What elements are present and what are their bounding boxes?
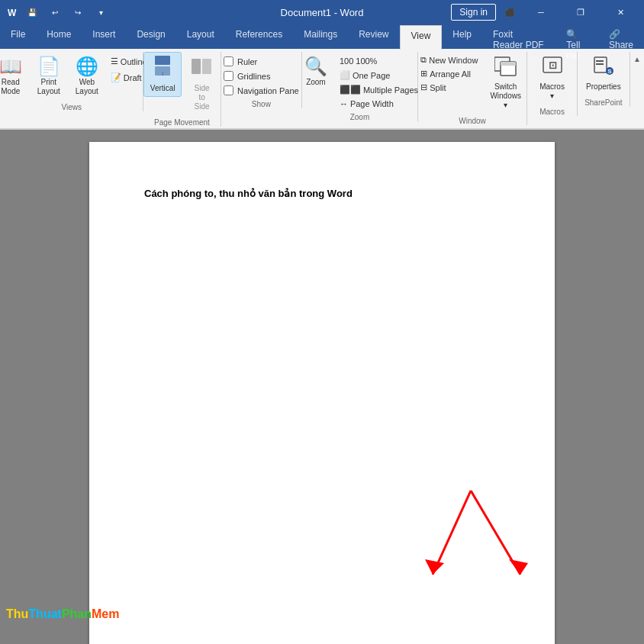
title-bar-left: W 💾 ↩ ↪ ▾	[6, 3, 110, 21]
show-group: Ruler Gridlines Navigation Pane Show	[221, 52, 303, 108]
new-window-icon: ⧉	[420, 55, 427, 65]
annotation-arrows	[402, 475, 539, 600]
tab-insert[interactable]: Insert	[82, 24, 126, 49]
svg-rect-5	[192, 59, 201, 74]
undo-qat-btn[interactable]: ↩	[46, 3, 64, 21]
zoom-100-btn[interactable]: 100 100%	[336, 55, 422, 67]
sign-in-button[interactable]: Sign in	[451, 4, 496, 21]
split-icon: ⊟	[420, 82, 427, 92]
split-btn[interactable]: ⊟ Split	[417, 81, 481, 94]
watermark-mem: Mem	[92, 607, 119, 620]
watermark-phan: Phan	[62, 607, 92, 620]
read-mode-icon: 📖	[0, 56, 22, 78]
minimize-btn[interactable]: ─	[523, 0, 559, 24]
ruler-checkbox[interactable]	[224, 56, 233, 66]
tab-share[interactable]: 🔗 Share	[598, 24, 644, 49]
tab-design[interactable]: Design	[126, 24, 175, 49]
svg-marker-18	[425, 559, 444, 575]
arrange-all-label: Arrange All	[430, 69, 471, 79]
vertical-btn[interactable]: ↕ Vertical	[143, 52, 182, 97]
gridlines-label: Gridlines	[237, 72, 270, 81]
outline-icon: ☰	[111, 56, 118, 66]
multiple-pages-btn[interactable]: ⬛⬛ Multiple Pages	[336, 83, 422, 96]
web-layout-icon: 🌐	[76, 56, 98, 78]
save-qat-btn[interactable]: 💾	[23, 3, 41, 21]
vertical-icon: ↕	[152, 56, 173, 84]
tab-foxit[interactable]: Foxit Reader PDF	[482, 24, 555, 49]
properties-icon: S	[593, 56, 614, 82]
multiple-pages-label: Multiple Pages	[363, 85, 418, 95]
macros-icon: ⊡	[542, 56, 563, 82]
title-bar-right: Sign in ⬛ ─ ❐ ✕	[451, 0, 638, 24]
views-group: 📖 ReadMode 📄 PrintLayout 🌐 WebLayout ☰ O…	[0, 52, 143, 111]
svg-rect-14	[596, 63, 604, 65]
sharepoint-group-label: SharePoint	[584, 95, 623, 107]
ruler-label: Ruler	[237, 57, 257, 66]
zoom-options: 100 100% ⬜ One Page ⬛⬛ Multiple Pages ↔ …	[336, 52, 422, 110]
svg-text:⊡: ⊡	[548, 60, 556, 71]
properties-btn[interactable]: S Properties	[579, 52, 628, 95]
gridlines-checkbox[interactable]	[224, 71, 233, 81]
ribbon-content: 📖 ReadMode 📄 PrintLayout 🌐 WebLayout ☰ O…	[0, 49, 644, 129]
zoom-group: 🔍 Zoom 100 100% ⬜ One Page ⬛⬛ Multiple P…	[302, 52, 418, 121]
one-page-btn[interactable]: ⬜ One Page	[336, 69, 422, 82]
sharepoint-group: S Properties SharePoint	[578, 52, 630, 107]
navigation-checkbox[interactable]	[224, 85, 233, 95]
collapse-arrow-icon: ▲	[633, 55, 641, 63]
vertical-label: Vertical	[150, 84, 175, 93]
macros-btn[interactable]: ⊡ Macros ▾	[533, 52, 572, 105]
svg-text:S: S	[607, 68, 612, 75]
tab-view[interactable]: View	[400, 25, 443, 50]
svg-rect-2	[155, 56, 170, 65]
views-group-label: Views	[6, 100, 137, 111]
watermark-vn: .vn	[119, 607, 137, 620]
ribbon: File Home Insert Design Layout Reference…	[0, 24, 644, 130]
page-width-btn[interactable]: ↔ Page Width	[336, 98, 422, 110]
zoom-100-icon: 100	[340, 56, 353, 66]
formula-qat-btn[interactable]: ▾	[92, 3, 110, 21]
gridlines-btn[interactable]: Gridlines	[220, 69, 274, 82]
window-group: ⧉ New Window ⊞ Arrange All ⊟ Split	[418, 52, 528, 125]
draft-icon: 📝	[111, 72, 121, 82]
tab-layout[interactable]: Layout	[176, 24, 225, 49]
web-layout-btn[interactable]: 🌐 WebLayout	[69, 52, 105, 100]
zoom-btn[interactable]: 🔍 Zoom	[298, 52, 334, 91]
side-to-side-label: Sideto Side	[190, 84, 214, 111]
tab-home[interactable]: Home	[36, 24, 82, 49]
arrange-all-btn[interactable]: ⊞ Arrange All	[417, 67, 481, 80]
navigation-pane-btn[interactable]: Navigation Pane	[220, 84, 303, 97]
split-label: Split	[430, 83, 446, 92]
tab-mailings[interactable]: Mailings	[293, 24, 348, 49]
redo-qat-btn[interactable]: ↪	[69, 3, 87, 21]
side-to-side-btn[interactable]: Sideto Side	[183, 52, 221, 115]
sharepoint-group-items: S Properties	[579, 52, 628, 95]
switch-windows-btn[interactable]: SwitchWindows ▾	[483, 52, 528, 114]
svg-text:↕: ↕	[161, 70, 164, 77]
one-page-icon: ⬜	[340, 70, 350, 80]
ribbon-display-btn[interactable]: ⬛	[501, 3, 519, 21]
views-group-items: 📖 ReadMode 📄 PrintLayout 🌐 WebLayout ☰ O…	[0, 52, 151, 100]
print-layout-btn[interactable]: 📄 PrintLayout	[31, 52, 67, 100]
show-group-label: Show	[227, 97, 296, 108]
ruler-btn[interactable]: Ruler	[220, 55, 261, 68]
tab-references[interactable]: References	[225, 24, 293, 49]
word-icon: W	[6, 6, 18, 18]
tab-review[interactable]: Review	[348, 24, 399, 49]
close-btn[interactable]: ✕	[603, 0, 638, 24]
tab-file[interactable]: File	[0, 24, 36, 49]
page-movement-group: ↕ Vertical Sideto Side Page Movement	[143, 52, 221, 127]
read-mode-btn[interactable]: 📖 ReadMode	[0, 52, 29, 100]
switch-windows-label: SwitchWindows ▾	[490, 82, 521, 110]
read-mode-label: ReadMode	[1, 78, 20, 96]
tab-tell-me[interactable]: 🔍 Tell me	[555, 24, 598, 49]
page-width-label: Page Width	[350, 99, 394, 108]
restore-btn[interactable]: ❐	[563, 0, 598, 24]
properties-label: Properties	[586, 82, 621, 92]
new-window-btn[interactable]: ⧉ New Window	[417, 53, 481, 66]
watermark: ThuThuatPhanMem.vn	[0, 606, 143, 623]
page-movement-items: ↕ Vertical Sideto Side	[143, 52, 221, 115]
macros-group-label: Macros	[533, 105, 570, 116]
ribbon-collapse-btn[interactable]: ▲	[630, 52, 644, 66]
zoom-100-label: 100%	[356, 56, 377, 66]
tab-help[interactable]: Help	[442, 24, 482, 49]
